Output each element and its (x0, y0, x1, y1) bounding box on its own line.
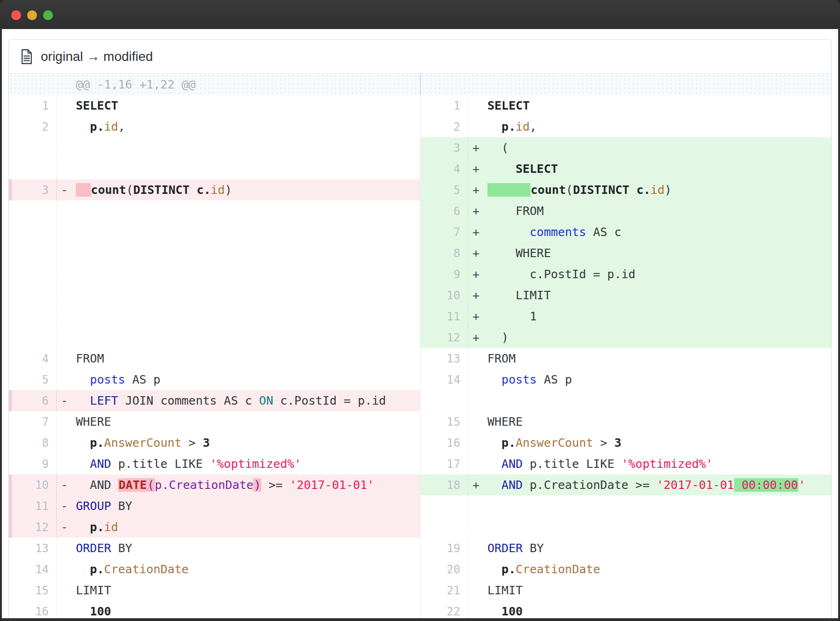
code-token: c. (636, 183, 650, 197)
code-token: AS p (537, 373, 572, 386)
code-token: SELECT (516, 162, 558, 176)
diff-sign: - (57, 394, 74, 407)
line-number: 5 (420, 179, 468, 200)
code-token: > (182, 436, 203, 450)
left-line-10: 10- AND DATE(p.CreationDate) >= '2017-01… (9, 474, 420, 495)
code-line: 100 (74, 605, 420, 618)
zoom-button[interactable] (43, 10, 53, 20)
code-line: posts AS p (74, 373, 420, 386)
hunk-header-row: @@ -1,16 +1,22 @@ (9, 74, 831, 95)
code-token: , (118, 120, 125, 133)
right-line-14: 14 posts AS p (420, 369, 831, 390)
code-line: FROM (485, 352, 831, 365)
diff-sign: - (57, 520, 74, 534)
left-line-8: 8 p.AnswerCount > 3 (9, 432, 420, 453)
diff-row: 11-GROUP BY (9, 495, 831, 517)
line-number: 19 (420, 538, 468, 559)
diff-row: 5 posts AS p14 posts AS p (9, 369, 831, 390)
diff-row: 8+ WHERE (9, 243, 831, 264)
line-number: 6 (420, 200, 468, 222)
code-token: id (650, 183, 664, 197)
line-number (9, 264, 57, 285)
code-token: FROM (487, 352, 516, 365)
code-line: c.PostId = p.id (485, 267, 831, 281)
diff-row: 8 p.AnswerCount > 316 p.AnswerCount > 3 (9, 432, 831, 453)
line-number: 2 (9, 116, 57, 137)
diff-sign: + (468, 310, 485, 323)
line-number: 8 (420, 243, 468, 264)
code-token (76, 457, 90, 471)
code-token: ( (147, 478, 155, 492)
left-filler (9, 306, 420, 327)
right-line-13: 13FROM (420, 348, 831, 369)
code-token: AnswerCount (516, 436, 593, 450)
code-token: WHERE (487, 415, 523, 429)
code-line: FROM (74, 352, 420, 365)
diff-table: @@ -1,16 +1,22 @@ 1SELECT1SELECT2 p.id,2… (9, 74, 831, 618)
code-token: p.title LIKE (523, 457, 621, 471)
document-icon (20, 49, 33, 65)
code-token: '2017-01-01' (290, 478, 375, 492)
close-button[interactable] (11, 10, 21, 20)
right-filler (420, 390, 831, 411)
minimize-button[interactable] (27, 10, 37, 20)
right-line-9: 9+ c.PostId = p.id (420, 264, 831, 285)
code-token (487, 373, 501, 386)
code-token: AND (501, 457, 523, 471)
diff-row: 4+ SELECT (9, 158, 831, 179)
line-number (9, 285, 57, 306)
right-line-17: 17 AND p.title LIKE '%optimized%' (420, 453, 831, 474)
left-line-2: 2 p.id, (9, 116, 420, 137)
diff-sign: + (468, 141, 485, 155)
hunk-header-left: @@ -1,16 +1,22 @@ (9, 74, 420, 95)
diff-row: 1SELECT1SELECT (9, 95, 831, 116)
code-line: SELECT (485, 99, 831, 112)
code-token: p. (501, 120, 516, 133)
code-token: AnswerCount (104, 436, 182, 450)
diff-row: 9+ c.PostId = p.id (9, 264, 831, 285)
code-token (76, 436, 90, 450)
right-line-21: 21LIMIT (420, 580, 831, 601)
code-line: p.AnswerCount > 3 (485, 436, 831, 450)
line-number: 3 (420, 137, 468, 158)
code-token: c.PostId = p.id (487, 267, 635, 281)
code-line: p.AnswerCount > 3 (74, 436, 420, 450)
left-line-11: 11-GROUP BY (9, 495, 420, 517)
traffic-lights (11, 10, 53, 20)
code-line: 100 (485, 605, 831, 618)
code-token: ( (487, 141, 508, 155)
right-line-16: 16 p.AnswerCount > 3 (420, 432, 831, 453)
code-line: 1 (485, 310, 831, 323)
right-line-6: 6+ FROM (420, 200, 831, 222)
left-filler (9, 243, 420, 264)
code-line: p.id, (74, 120, 420, 133)
code-token: p. (501, 436, 516, 450)
code-token: FROM (76, 352, 104, 365)
left-line-1: 1SELECT (9, 95, 420, 116)
code-token: ( (126, 183, 133, 197)
code-token: SELECT (487, 99, 530, 112)
right-filler (420, 517, 831, 538)
code-token: 1 (487, 310, 537, 323)
code-line: ( (485, 141, 831, 155)
diff-sign: - (57, 499, 74, 513)
line-number (9, 158, 57, 179)
code-token: > (593, 436, 614, 450)
code-token: DISTINCT (133, 183, 189, 197)
diff-sign: + (468, 288, 485, 302)
left-filler (9, 327, 420, 348)
hunk-gutter (9, 74, 57, 95)
diff-sign: + (468, 478, 485, 492)
diff-row: 2 p.id,2 p.id, (9, 116, 831, 137)
code-token: LIMIT (487, 288, 551, 302)
code-line: LIMIT (485, 584, 831, 597)
code-token: AND (76, 478, 118, 492)
line-number: 11 (9, 495, 57, 517)
code-token: >= (261, 478, 289, 492)
code-token: WHERE (76, 415, 111, 429)
line-number (420, 390, 468, 411)
left-line-15: 15LIMIT (9, 580, 420, 601)
line-number (9, 243, 57, 264)
right-line-15: 15WHERE (420, 411, 831, 432)
diff-row: 13ORDER BY19ORDER BY (9, 538, 831, 559)
